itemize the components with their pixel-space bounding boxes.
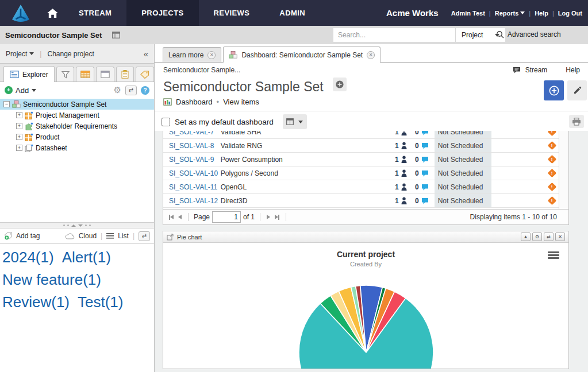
dashboard-canvas: SI_SOL-VAL-7Validate SHA10Not Scheduled!… bbox=[155, 131, 588, 372]
dashboard-link[interactable]: Dashboard bbox=[176, 98, 213, 106]
nav-projects[interactable]: PROJECTS bbox=[126, 0, 198, 26]
tab-explorer-label: Explorer bbox=[22, 71, 48, 79]
tab-filters[interactable] bbox=[56, 67, 75, 82]
item-id-link[interactable]: SI_SOL-VAL-11 bbox=[163, 180, 221, 193]
tab-test-plans[interactable] bbox=[116, 67, 134, 82]
table-row[interactable]: SI_SOL-VAL-12Direct3D10Not Scheduled! bbox=[163, 194, 559, 208]
add-widget-button[interactable] bbox=[544, 80, 564, 100]
item-id-link[interactable]: SI_SOL-VAL-9 bbox=[163, 153, 221, 166]
advanced-search-link[interactable]: Advanced search bbox=[496, 30, 561, 38]
tab-grid-view[interactable] bbox=[76, 67, 94, 82]
table-row[interactable]: SI_SOL-VAL-8Validate RNG10Not Scheduled! bbox=[163, 139, 559, 153]
nav-reviews[interactable]: REVIEWS bbox=[199, 0, 265, 26]
item-name: Power Consumption bbox=[221, 153, 384, 166]
widget-settings-icon[interactable]: ⚙ bbox=[532, 232, 542, 241]
tag-cloud-view-link[interactable]: Cloud bbox=[79, 232, 97, 240]
tab-learn-more[interactable]: Learn more ✕ bbox=[163, 47, 221, 62]
tag-link[interactable]: 2024(1) bbox=[2, 249, 54, 266]
breadcrumb[interactable]: Semiconductor Sample... bbox=[163, 66, 240, 74]
stream-link[interactable]: Stream bbox=[525, 66, 548, 74]
panel-layout-icon[interactable] bbox=[112, 32, 120, 38]
table-row[interactable]: SI_SOL-VAL-9Power Consumption10Not Sched… bbox=[163, 153, 559, 166]
close-icon[interactable]: ✕ bbox=[367, 51, 375, 59]
grid-scrollbar[interactable] bbox=[559, 131, 568, 210]
collapse-box-icon[interactable]: − bbox=[3, 101, 10, 107]
divider: | bbox=[101, 232, 102, 240]
tree-item[interactable]: + Project Management bbox=[0, 110, 154, 121]
item-id-link[interactable]: SI_SOL-VAL-10 bbox=[163, 166, 221, 180]
refresh-icon[interactable]: ⇄ bbox=[139, 231, 150, 241]
person-icon bbox=[401, 156, 407, 163]
tag-list-view-link[interactable]: List bbox=[118, 232, 129, 240]
edit-dashboard-button[interactable] bbox=[567, 80, 587, 100]
expand-box-icon[interactable]: + bbox=[16, 112, 22, 118]
tag-link[interactable]: Alert(1) bbox=[62, 249, 111, 266]
tab-tags[interactable] bbox=[136, 67, 154, 82]
layout-dropdown-button[interactable] bbox=[283, 114, 307, 129]
pie-widget-header: Pie chart ▲ ⚙ ⇄ ✕ bbox=[163, 231, 568, 243]
search-input[interactable] bbox=[333, 29, 455, 41]
first-page-button[interactable] bbox=[168, 214, 175, 221]
nav-admin[interactable]: ADMIN bbox=[264, 0, 320, 26]
item-id-link[interactable]: SI_SOL-VAL-7 bbox=[163, 131, 221, 138]
widget-close-icon[interactable]: ✕ bbox=[555, 232, 565, 241]
close-icon[interactable]: ✕ bbox=[207, 51, 216, 59]
default-dashboard-checkbox[interactable] bbox=[162, 118, 170, 126]
add-button[interactable]: Add bbox=[16, 86, 36, 95]
item-id-link[interactable]: SI_SOL-VAL-8 bbox=[163, 139, 221, 152]
add-tag-link[interactable]: Add tag bbox=[16, 232, 40, 240]
logout-link[interactable]: Log Out bbox=[558, 10, 582, 17]
next-page-button[interactable] bbox=[266, 214, 271, 220]
help-link[interactable]: Help bbox=[535, 10, 548, 17]
table-row[interactable]: SI_SOL-VAL-10Polygons / Second10Not Sche… bbox=[163, 166, 559, 180]
add-item-button[interactable] bbox=[333, 78, 347, 91]
gear-icon[interactable]: ⚙ bbox=[114, 85, 121, 95]
context-bar: Semiconductor Sample Set Project Advance… bbox=[0, 26, 588, 44]
expand-box-icon[interactable]: + bbox=[16, 134, 22, 140]
splitter-down-icon[interactable] bbox=[78, 224, 83, 227]
tree-item[interactable]: + Product bbox=[0, 131, 154, 142]
widget-refresh-icon[interactable]: ⇄ bbox=[544, 232, 554, 241]
help-icon[interactable]: ? bbox=[141, 86, 149, 95]
prev-page-button[interactable] bbox=[177, 214, 183, 220]
collapse-widget-icon[interactable]: ▲ bbox=[521, 232, 531, 241]
tag-link[interactable]: Review(1) bbox=[2, 293, 70, 311]
page-number-input[interactable] bbox=[212, 211, 241, 223]
assigned-count: 1 bbox=[384, 180, 407, 193]
assigned-count: 1 bbox=[384, 139, 407, 152]
external-link-icon[interactable] bbox=[167, 234, 174, 241]
splitter-up-icon[interactable] bbox=[71, 224, 76, 227]
nav-stream[interactable]: STREAM bbox=[64, 0, 126, 26]
view-items-link[interactable]: View items bbox=[223, 98, 259, 106]
component-set-icon bbox=[25, 111, 33, 119]
tree-item[interactable]: + Stakeholder Requirements bbox=[0, 121, 154, 131]
panel-splitter[interactable] bbox=[0, 222, 154, 228]
home-icon[interactable] bbox=[47, 9, 58, 18]
table-row[interactable]: SI_SOL-VAL-11OpenGL10Not Scheduled! bbox=[163, 180, 559, 194]
tag-link[interactable]: New feature(1) bbox=[2, 271, 101, 288]
expand-box-icon[interactable]: + bbox=[16, 123, 22, 129]
expand-box-icon[interactable]: + bbox=[16, 145, 22, 151]
tag-link[interactable]: Test(1) bbox=[78, 293, 123, 311]
print-button[interactable] bbox=[569, 115, 584, 128]
user-name-link[interactable]: Admin Test bbox=[451, 10, 485, 17]
tab-reading-view[interactable] bbox=[96, 67, 114, 82]
status-badge: Not Scheduled bbox=[435, 131, 492, 138]
tree-item[interactable]: + Datasheet bbox=[0, 142, 154, 153]
app-logo-icon[interactable] bbox=[9, 3, 32, 23]
tab-explorer[interactable]: Explorer bbox=[3, 66, 55, 82]
comment-count: 0 bbox=[407, 131, 429, 138]
tab-dashboard[interactable]: Dashboard: Semiconductor Sample Set ✕ bbox=[223, 46, 381, 63]
tree-item-root[interactable]: − Semiconductor Sample Set bbox=[0, 99, 154, 110]
table-row[interactable]: SI_SOL-VAL-7Validate SHA10Not Scheduled! bbox=[163, 131, 559, 139]
item-id-link[interactable]: SI_SOL-VAL-12 bbox=[163, 194, 221, 207]
last-page-button[interactable] bbox=[274, 214, 280, 221]
help-link[interactable]: Help bbox=[566, 66, 580, 74]
reports-menu[interactable]: Reports bbox=[495, 10, 525, 17]
refresh-icon[interactable]: ⇄ bbox=[125, 86, 137, 95]
project-menu[interactable]: Project bbox=[6, 50, 34, 58]
assigned-count: 1 bbox=[384, 166, 407, 180]
comment-count: 0 bbox=[407, 180, 429, 193]
collapse-sidebar-icon[interactable]: « bbox=[144, 49, 148, 59]
change-project-link[interactable]: Change project bbox=[47, 50, 94, 58]
